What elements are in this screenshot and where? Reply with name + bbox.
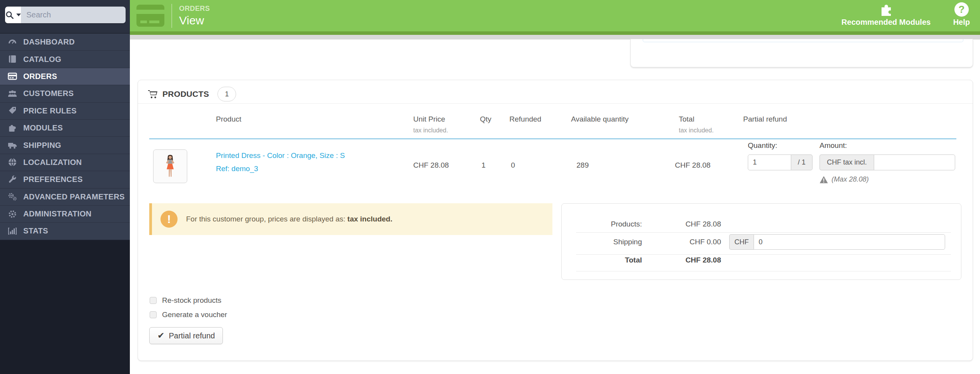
refund-amount-group: CHF tax incl. bbox=[820, 154, 955, 170]
col-header-refunded: Refunded bbox=[509, 115, 541, 124]
voucher-option: Generate a voucher bbox=[150, 310, 227, 320]
people-icon bbox=[7, 89, 18, 99]
table-header-rule bbox=[149, 138, 956, 139]
sidebar-item-label: CUSTOMERS bbox=[23, 89, 74, 98]
gear-icon bbox=[7, 209, 18, 219]
sidebar-item-label: ADMINISTRATION bbox=[23, 209, 91, 218]
sidebar-top bbox=[0, 0, 130, 34]
sidebar-item-shipping[interactable]: SHIPPING bbox=[0, 137, 130, 154]
sidebar-item-label: CATALOG bbox=[23, 55, 61, 64]
help-label: Help bbox=[953, 18, 970, 27]
refund-amount-input[interactable] bbox=[874, 154, 955, 170]
order-totals-box: Products: CHF 28.08 Shipping CHF 0.00 CH… bbox=[561, 203, 961, 280]
cell-refunded: 0 bbox=[511, 161, 515, 170]
dress-image bbox=[156, 153, 184, 180]
sidebar-item-administration[interactable]: ADMINISTRATION bbox=[0, 206, 130, 223]
partial-refund-button[interactable]: ✔ Partial refund bbox=[149, 327, 223, 344]
page-title: View bbox=[179, 14, 210, 27]
sidebar-item-label: ORDERS bbox=[23, 72, 57, 81]
sidebar-item-label: MODULES bbox=[23, 124, 63, 132]
col-header-qty: Qty bbox=[480, 115, 492, 124]
header-text: ORDERS View bbox=[179, 5, 210, 27]
sidebar-item-label: PRICE RULES bbox=[23, 106, 77, 115]
tax-notice: ! For this customer group, prices are di… bbox=[149, 203, 552, 235]
shipping-currency-addon: CHF bbox=[729, 234, 754, 250]
sidebar-item-label: STATS bbox=[23, 226, 48, 235]
totals-products-value: CHF 28.08 bbox=[650, 219, 721, 229]
truck-icon bbox=[7, 140, 18, 150]
sidebar-item-price-rules[interactable]: PRICE RULES bbox=[0, 103, 130, 120]
product-thumbnail[interactable] bbox=[153, 149, 187, 183]
restock-checkbox[interactable] bbox=[150, 297, 157, 304]
products-panel: PRODUCTS 1 Product Unit Price tax includ… bbox=[138, 80, 973, 361]
products-panel-header: PRODUCTS 1 bbox=[148, 86, 236, 103]
scrolled-panel-inner-box bbox=[643, 39, 963, 42]
col-subheader-tax-included: tax included. bbox=[679, 127, 714, 134]
tax-notice-bold: tax included. bbox=[347, 215, 392, 223]
voucher-checkbox[interactable] bbox=[150, 311, 157, 318]
refund-amount-label: Amount: bbox=[820, 141, 847, 150]
product-name-link[interactable]: Printed Dress - Color : Orange, Size : S bbox=[216, 151, 345, 160]
recommended-modules-label: Recommended Modules bbox=[842, 18, 931, 27]
scrolled-panel-bottom bbox=[630, 39, 973, 67]
sidebar-item-stats[interactable]: STATS bbox=[0, 223, 130, 240]
cart-icon bbox=[148, 89, 158, 99]
panel-title: PRODUCTS bbox=[162, 89, 209, 99]
warning-icon bbox=[820, 176, 828, 184]
cell-total: CHF 28.08 bbox=[675, 161, 711, 170]
product-ref-link[interactable]: Ref: demo_3 bbox=[216, 165, 258, 173]
restock-label: Re-stock products bbox=[162, 296, 221, 305]
refund-quantity-label: Quantity: bbox=[748, 141, 777, 150]
cell-unit-price: CHF 28.08 bbox=[413, 161, 449, 170]
prestashop-admin: DASHBOARD CATALOG ORDERS CUSTOMERS PRICE… bbox=[0, 0, 980, 374]
help-icon: ? bbox=[954, 2, 969, 17]
col-header-unit-price: Unit Price bbox=[413, 115, 445, 124]
col-header-total: Total bbox=[679, 115, 694, 124]
wrench-icon bbox=[7, 175, 18, 185]
totals-shipping-label: Shipping bbox=[562, 237, 642, 247]
sidebar-item-advanced-parameters[interactable]: ADVANCED PARAMETERS bbox=[0, 189, 130, 206]
credit-card-icon bbox=[7, 71, 18, 81]
sidebar-item-preferences[interactable]: PREFERENCES bbox=[0, 171, 130, 188]
sidebar-item-label: SHIPPING bbox=[23, 141, 61, 150]
puzzle-icon bbox=[7, 123, 18, 133]
search-bar bbox=[5, 7, 126, 23]
refund-quantity-input[interactable] bbox=[748, 154, 791, 170]
sidebar-item-label: DASHBOARD bbox=[23, 38, 75, 46]
puzzle-icon bbox=[878, 2, 894, 17]
sidebar-item-orders[interactable]: ORDERS bbox=[0, 68, 130, 85]
col-header-product: Product bbox=[216, 115, 241, 124]
breadcrumb: ORDERS bbox=[179, 5, 210, 13]
page-header: ORDERS View Recommended Modules ? Help bbox=[130, 0, 980, 31]
refund-max-note: (Max 28.08) bbox=[820, 175, 869, 184]
check-icon: ✔ bbox=[157, 331, 164, 341]
col-header-available-quantity: Available quantity bbox=[571, 115, 629, 124]
voucher-label: Generate a voucher bbox=[162, 311, 227, 319]
sidebar-item-customers[interactable]: CUSTOMERS bbox=[0, 85, 130, 102]
sidebar-item-modules[interactable]: MODULES bbox=[0, 120, 130, 137]
sidebar-item-dashboard[interactable]: DASHBOARD bbox=[0, 34, 130, 51]
totals-total-label: Total bbox=[562, 255, 642, 265]
help-button[interactable]: ? Help bbox=[953, 2, 970, 27]
recommended-modules-button[interactable]: Recommended Modules bbox=[842, 2, 931, 27]
search-input[interactable] bbox=[21, 7, 126, 23]
totals-divider bbox=[576, 254, 951, 255]
header-separator bbox=[171, 4, 172, 28]
search-icon bbox=[5, 10, 14, 20]
partial-refund-button-label: Partial refund bbox=[169, 331, 215, 340]
header-bottom-strip bbox=[130, 31, 980, 35]
panel-divider bbox=[138, 103, 973, 104]
col-header-partial-refund: Partial refund bbox=[743, 115, 787, 124]
sidebar-item-label: PREFERENCES bbox=[23, 175, 83, 184]
sidebar-item-catalog[interactable]: CATALOG bbox=[0, 51, 130, 68]
totals-divider bbox=[576, 271, 951, 271]
sidebar-item-label: LOCALIZATION bbox=[23, 158, 82, 167]
refund-max-text: (Max 28.08) bbox=[832, 175, 869, 184]
globe-icon bbox=[7, 157, 18, 167]
sidebar-footer bbox=[0, 240, 130, 374]
sidebar-item-localization[interactable]: LOCALIZATION bbox=[0, 154, 130, 171]
shipping-refund-group: CHF bbox=[729, 234, 945, 250]
shipping-refund-input[interactable] bbox=[754, 234, 945, 250]
search-button[interactable] bbox=[5, 7, 21, 23]
totals-total-value: CHF 28.08 bbox=[650, 255, 721, 265]
